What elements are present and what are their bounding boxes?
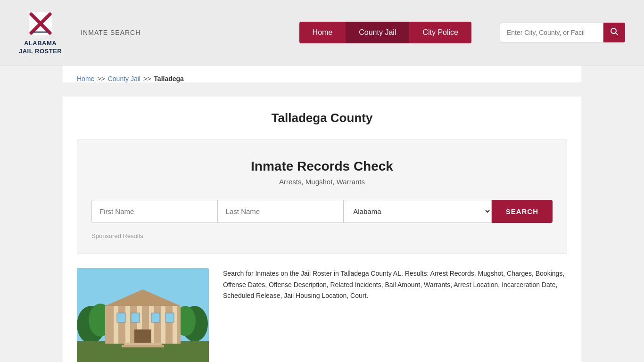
breadcrumb-sep-1: >> [97, 75, 105, 82]
nav-home-button[interactable]: Home [299, 22, 346, 43]
records-subtitle: Arrests, Mugshot, Warrants [91, 178, 553, 186]
main-nav: Home County Jail City Police [299, 22, 471, 43]
records-check-box: Inmate Records Check Arrests, Mugshot, W… [77, 140, 567, 254]
page-title: Talladega County [77, 111, 567, 125]
facility-illustration [77, 268, 209, 362]
records-title: Inmate Records Check [91, 159, 553, 174]
svg-rect-14 [114, 306, 118, 344]
first-name-input[interactable] [91, 200, 218, 223]
last-name-input[interactable] [218, 200, 344, 223]
facility-image [77, 268, 209, 362]
svg-line-5 [616, 33, 618, 35]
svg-rect-19 [173, 306, 177, 344]
breadcrumb: Home >> County Jail >> Talladega [63, 66, 581, 82]
main-content: Talladega County Inmate Records Check Ar… [63, 97, 581, 362]
sponsored-results-label: Sponsored Results [91, 232, 553, 239]
state-select[interactable]: Alabama Alaska Arizona Arkansas Californ… [344, 200, 491, 223]
svg-rect-21 [131, 313, 140, 322]
records-search-form: Alabama Alaska Arizona Arkansas Californ… [91, 200, 553, 223]
svg-rect-22 [151, 313, 160, 322]
svg-rect-23 [165, 313, 174, 322]
svg-rect-20 [117, 313, 125, 322]
svg-rect-25 [124, 343, 162, 345]
breadcrumb-county-jail-link[interactable]: County Jail [108, 75, 140, 82]
header-search-input[interactable] [500, 23, 603, 42]
svg-rect-24 [134, 329, 151, 344]
inmate-search-link[interactable]: INMATE SEARCH [81, 29, 140, 36]
svg-rect-15 [125, 306, 130, 344]
logo-link[interactable]: ALABAMAJAIL ROSTER [19, 9, 62, 56]
breadcrumb-current: Talladega [154, 75, 184, 82]
logo-text: ALABAMAJAIL ROSTER [19, 40, 62, 56]
bottom-section: Search for Inmates on the Jail Roster in… [77, 268, 567, 362]
nav-county-jail-button[interactable]: County Jail [346, 22, 409, 43]
svg-rect-26 [122, 345, 164, 347]
facility-description-text: Search for Inmates on the Jail Roster in… [223, 268, 567, 302]
records-search-button[interactable]: SEARCH [492, 200, 553, 223]
site-header: ALABAMAJAIL ROSTER INMATE SEARCH Home Co… [0, 0, 644, 66]
header-search-button[interactable] [603, 23, 625, 42]
breadcrumb-sep-2: >> [143, 75, 151, 82]
header-search-bar [500, 23, 625, 42]
search-icon [610, 27, 619, 36]
nav-city-police-button[interactable]: City Police [409, 22, 471, 43]
logo-icon [26, 9, 55, 38]
facility-description: Search for Inmates on the Jail Roster in… [223, 268, 567, 362]
svg-rect-18 [161, 306, 165, 344]
breadcrumb-home-link[interactable]: Home [77, 75, 94, 82]
